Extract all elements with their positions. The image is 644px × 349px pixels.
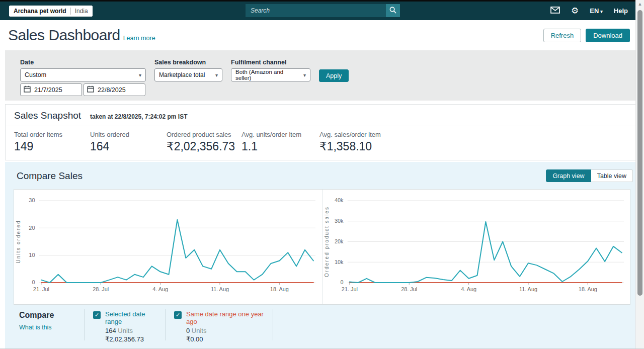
channel-select[interactable]: Both (Amazon and seller) ▾ xyxy=(231,68,310,81)
date-filter-group: Date Custom ▾ xyxy=(20,59,146,101)
legend-units: 164 Units xyxy=(105,327,158,334)
legend-item-selected-range: ✓ Selected date range 164 Units ₹2,02,35… xyxy=(85,309,166,343)
top-navbar: Archana pet world India ⚙ EN▾ Help xyxy=(0,2,644,20)
chevron-down-icon: ▾ xyxy=(139,72,141,78)
legend-divider xyxy=(273,309,273,340)
legend-texts: Same date range one year ago 0 Units ₹0.… xyxy=(186,310,266,343)
legend-item-year-ago: ✓ Same date range one year ago 0 Units ₹… xyxy=(166,309,273,343)
search-input[interactable] xyxy=(246,4,386,17)
header-actions: Refresh Download xyxy=(543,29,630,42)
vertical-scrollbar[interactable]: ▲ xyxy=(635,0,644,349)
page-header: Sales Dashboard Learn more Refresh Downl… xyxy=(0,20,644,50)
snapshot-header: Sales Snapshot taken at 22/8/2025, 7:24:… xyxy=(6,105,638,126)
compare-sales-header: Compare Sales Graph view Table view xyxy=(5,162,639,182)
help-link[interactable]: Help xyxy=(614,7,628,15)
stat-value: ₹2,02,356.73 xyxy=(167,140,242,153)
channel-filter-group: Fulfilment channel Both (Amazon and sell… xyxy=(231,59,310,101)
stat-label: Total order items xyxy=(14,131,90,138)
check-icon: ✓ xyxy=(95,312,99,318)
units-suffix: Units xyxy=(118,327,133,334)
svg-text:21. Jul: 21. Jul xyxy=(341,286,357,292)
stat-value: ₹1,358.10 xyxy=(319,140,381,153)
svg-text:40k: 40k xyxy=(334,198,343,204)
ordered-product-sales-chart[interactable]: 010k20k30k40kOrdered product sales21. Ju… xyxy=(323,190,630,304)
svg-text:Ordered product sales: Ordered product sales xyxy=(324,206,330,277)
custom-date-inputs xyxy=(20,83,146,96)
download-button[interactable]: Download xyxy=(586,29,630,42)
language-label: EN xyxy=(590,7,599,15)
stat-value: 149 xyxy=(14,140,90,153)
svg-text:20k: 20k xyxy=(334,238,343,244)
svg-text:0: 0 xyxy=(32,280,35,286)
stat-label: Avg. sales/order item xyxy=(319,131,381,138)
date-from-field[interactable] xyxy=(20,83,82,96)
units-ordered-chart[interactable]: 0102030Units ordered21. Jul28. Jul4. Aug… xyxy=(14,190,323,304)
svg-text:4. Aug: 4. Aug xyxy=(152,286,168,292)
compare-label-block: Compare What is this xyxy=(19,309,85,331)
global-search xyxy=(246,4,400,17)
snapshot-stats-row: Total order items 149 Units ordered 164 … xyxy=(6,126,638,160)
units-suffix: Units xyxy=(192,327,207,334)
legend-label[interactable]: Selected date range xyxy=(105,310,158,325)
legend-label[interactable]: Same date range one year ago xyxy=(186,310,266,325)
svg-text:11. Aug: 11. Aug xyxy=(211,286,229,292)
refresh-button[interactable]: Refresh xyxy=(543,29,582,42)
svg-text:11. Aug: 11. Aug xyxy=(519,286,537,292)
scrollbar-thumb[interactable] xyxy=(637,10,642,296)
page-title: Sales Dashboard xyxy=(8,27,120,44)
stat-total-order-items: Total order items 149 xyxy=(14,131,90,153)
table-view-button[interactable]: Table view xyxy=(591,169,633,182)
svg-text:30: 30 xyxy=(29,198,35,204)
marketplace-name: India xyxy=(70,8,88,15)
apply-button[interactable]: Apply xyxy=(319,69,349,82)
breakdown-filter-group: Sales breakdown Marketplace total ▾ xyxy=(154,59,222,101)
svg-text:21. Jul: 21. Jul xyxy=(33,286,49,292)
svg-text:0: 0 xyxy=(340,280,343,286)
stat-units-ordered: Units ordered 164 xyxy=(90,131,167,153)
legend-amount: ₹0.00 xyxy=(186,335,266,343)
units-number: 0 xyxy=(186,327,190,334)
chevron-down-icon: ▾ xyxy=(303,72,306,78)
breakdown-filter-label: Sales breakdown xyxy=(154,59,222,66)
learn-more-link[interactable]: Learn more xyxy=(123,35,155,42)
graph-view-button[interactable]: Graph view xyxy=(546,169,591,182)
svg-text:4. Aug: 4. Aug xyxy=(461,286,476,292)
calendar-icon xyxy=(24,85,31,95)
settings-gear-icon[interactable]: ⚙ xyxy=(571,7,579,15)
messages-icon[interactable] xyxy=(550,7,560,15)
snapshot-title: Sales Snapshot xyxy=(14,110,81,121)
channel-filter-label: Fulfilment channel xyxy=(231,59,310,66)
date-from-input[interactable] xyxy=(34,86,74,94)
date-range-select[interactable]: Custom ▾ xyxy=(20,68,146,81)
navbar-right-group: ⚙ EN▾ Help xyxy=(550,7,637,15)
date-range-value: Custom xyxy=(25,71,46,78)
snapshot-timestamp: taken at 22/8/2025, 7:24:02 pm IST xyxy=(90,113,187,120)
view-toggle: Graph view Table view xyxy=(546,169,633,182)
sales-snapshot-section: Sales Snapshot taken at 22/8/2025, 7:24:… xyxy=(5,104,639,160)
stat-label: Units ordered xyxy=(90,131,167,138)
svg-text:Units ordered: Units ordered xyxy=(16,220,21,264)
compare-heading: Compare xyxy=(19,311,85,320)
stat-avg-sales-per-order: Avg. sales/order item ₹1,358.10 xyxy=(319,131,381,153)
compare-sales-section: Compare Sales Graph view Table view 0102… xyxy=(5,162,639,349)
date-to-input[interactable] xyxy=(98,86,138,94)
stat-label: Ordered product sales xyxy=(167,131,242,138)
scroll-up-arrow-icon[interactable]: ▲ xyxy=(636,2,644,7)
stat-value: 164 xyxy=(90,140,167,153)
stat-avg-units-per-order: Avg. units/order item 1.1 xyxy=(242,131,319,153)
date-to-field[interactable] xyxy=(84,83,145,96)
search-button[interactable] xyxy=(386,4,400,17)
legend-units: 0 Units xyxy=(186,327,266,334)
channel-value: Both (Amazon and seller) xyxy=(235,69,300,81)
stat-value: 1.1 xyxy=(242,140,319,153)
selected-range-checkbox[interactable]: ✓ xyxy=(93,311,101,319)
legend-texts: Selected date range 164 Units ₹2,02,356.… xyxy=(105,310,158,343)
stat-ordered-product-sales: Ordered product sales ₹2,02,356.73 xyxy=(167,131,242,153)
stat-label: Avg. units/order item xyxy=(242,131,319,138)
calendar-icon xyxy=(87,85,94,95)
seller-account-switcher[interactable]: Archana pet world India xyxy=(9,6,93,17)
year-ago-checkbox[interactable]: ✓ xyxy=(174,311,182,319)
breakdown-select[interactable]: Marketplace total ▾ xyxy=(154,68,222,81)
language-selector[interactable]: EN▾ xyxy=(590,7,603,15)
what-is-this-link[interactable]: What is this xyxy=(19,324,85,331)
